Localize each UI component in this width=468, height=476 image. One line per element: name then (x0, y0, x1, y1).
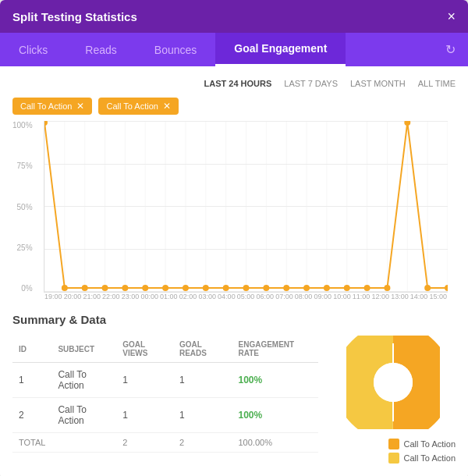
col-subject: SUBJECT (51, 336, 116, 363)
filter-tag-1[interactable]: Call To Action ✕ (12, 98, 92, 115)
svg-point-35 (324, 285, 330, 291)
summary-section: Summary & Data ID SUBJECT GOAL VIEWS GOA… (12, 313, 456, 467)
svg-point-23 (82, 285, 88, 291)
row2-engagement-rate: 100% (232, 398, 319, 433)
x-label-21: 21:00 (82, 293, 101, 300)
table-header-row: ID SUBJECT GOAL VIEWS GOAL READS ENGAGEM… (12, 336, 318, 363)
summary-title: Summary & Data (12, 313, 456, 326)
x-label-08: 08:00 (294, 293, 314, 300)
refresh-button[interactable]: ↻ (433, 33, 468, 66)
split-testing-modal: Split Testing Statistics × Clicks Reads … (0, 0, 468, 476)
filter-last-month[interactable]: LAST MONTH (350, 79, 406, 88)
svg-point-27 (162, 285, 168, 291)
filter-tag-2[interactable]: Call To Action ✕ (98, 98, 178, 115)
row2-goal-reads: 1 (173, 398, 232, 433)
modal-title: Split Testing Statistics (12, 10, 137, 23)
total-empty (51, 433, 116, 453)
x-label-04: 04:00 (217, 293, 236, 300)
table-row: 2 Call To Action 1 1 100% (12, 398, 318, 433)
tab-goal-engagement[interactable]: Goal Engagement (215, 33, 346, 66)
filter-tags-row: Call To Action ✕ Call To Action ✕ (12, 98, 456, 115)
x-label-01: 01:00 (159, 293, 179, 300)
chart-area (44, 121, 448, 293)
chart-section: 100% 75% 50% 25% 0% (12, 121, 456, 300)
svg-point-32 (263, 285, 269, 291)
svg-point-38 (384, 285, 390, 291)
x-label-14: 14:00 (410, 293, 429, 300)
tab-reads[interactable]: Reads (66, 33, 135, 66)
x-axis-labels: 19:00 20:00 21:00 22:00 23:00 00:00 01:0… (44, 293, 448, 300)
x-label-09: 09:00 (313, 293, 332, 300)
x-label-15: 15:00 (428, 293, 448, 300)
row1-id: 1 (12, 363, 51, 398)
x-label-07: 07:00 (275, 293, 294, 300)
x-label-00: 00:00 (140, 293, 159, 300)
row2-subject: Call To Action (51, 398, 116, 433)
close-button[interactable]: × (447, 9, 456, 23)
svg-point-30 (223, 285, 229, 291)
y-label-25: 25% (12, 243, 33, 252)
legend-item-1: Call To Action (388, 439, 456, 449)
svg-point-25 (122, 285, 128, 291)
row2-id: 2 (12, 398, 51, 433)
svg-point-26 (142, 285, 148, 291)
svg-point-28 (183, 285, 189, 291)
col-goal-views: GOAL VIEWS (116, 336, 173, 363)
legend-dot-2 (388, 453, 399, 464)
x-label-02: 02:00 (179, 293, 198, 300)
filter-tag-1-label: Call To Action (20, 101, 72, 111)
svg-point-40 (424, 285, 431, 291)
col-id: ID (12, 336, 51, 363)
svg-point-31 (243, 285, 250, 291)
x-label-06: 06:00 (255, 293, 275, 300)
summary-content: ID SUBJECT GOAL VIEWS GOAL READS ENGAGEM… (12, 336, 456, 467)
svg-point-36 (344, 285, 350, 291)
x-label-10: 10:00 (332, 293, 352, 300)
pie-chart-container (346, 336, 440, 429)
col-goal-reads: GOAL READS (173, 336, 232, 363)
x-label-05: 05:00 (236, 293, 256, 300)
table-total-row: TOTAL 2 2 100.00% (12, 433, 318, 453)
time-filters: LAST 24 HOURS LAST 7 DAYS LAST MONTH ALL… (12, 79, 456, 88)
main-content: LAST 24 HOURS LAST 7 DAYS LAST MONTH ALL… (0, 66, 468, 476)
svg-point-37 (364, 285, 370, 291)
y-label-75: 75% (12, 162, 33, 170)
row2-goal-views: 1 (116, 398, 173, 433)
svg-point-29 (203, 285, 209, 291)
tab-bounces[interactable]: Bounces (136, 33, 215, 66)
pie-legend-section: Call To Action Call To Action (331, 336, 456, 467)
row1-subject: Call To Action (51, 363, 116, 398)
filter-all-time[interactable]: ALL TIME (418, 79, 456, 88)
y-label-50: 50% (12, 203, 33, 211)
filter-tag-1-remove[interactable]: ✕ (76, 101, 84, 112)
svg-point-33 (283, 285, 289, 291)
legend-dot-1 (388, 439, 399, 449)
svg-point-34 (303, 285, 310, 291)
table-row: 1 Call To Action 1 1 100% (12, 363, 318, 398)
x-label-23: 23:00 (121, 293, 140, 300)
filter-last-7d[interactable]: LAST 7 DAYS (284, 79, 338, 88)
filter-tag-2-label: Call To Action (106, 101, 158, 111)
x-label-20: 20:00 (63, 293, 83, 300)
filter-tag-2-remove[interactable]: ✕ (163, 101, 171, 112)
svg-point-41 (445, 285, 448, 291)
x-label-19: 19:00 (44, 293, 63, 300)
filter-last-24h[interactable]: LAST 24 HOURS (204, 79, 272, 88)
total-goal-views: 2 (116, 433, 173, 453)
svg-point-22 (62, 285, 68, 291)
svg-point-45 (374, 363, 413, 402)
row1-goal-views: 1 (116, 363, 173, 398)
legend-label-1: Call To Action (404, 439, 456, 449)
chart-svg (44, 121, 448, 292)
x-label-12: 12:00 (370, 293, 390, 300)
chart-wrapper: 100% 75% 50% 25% 0% (44, 121, 448, 293)
tab-clicks[interactable]: Clicks (0, 33, 66, 66)
total-engagement-rate: 100.00% (232, 433, 319, 453)
x-label-22: 22:00 (101, 293, 121, 300)
svg-point-21 (44, 121, 48, 126)
svg-point-24 (102, 285, 108, 291)
pie-chart-svg (346, 336, 440, 429)
x-label-03: 03:00 (197, 293, 217, 300)
total-label: TOTAL (12, 433, 51, 453)
x-label-13: 13:00 (390, 293, 410, 300)
